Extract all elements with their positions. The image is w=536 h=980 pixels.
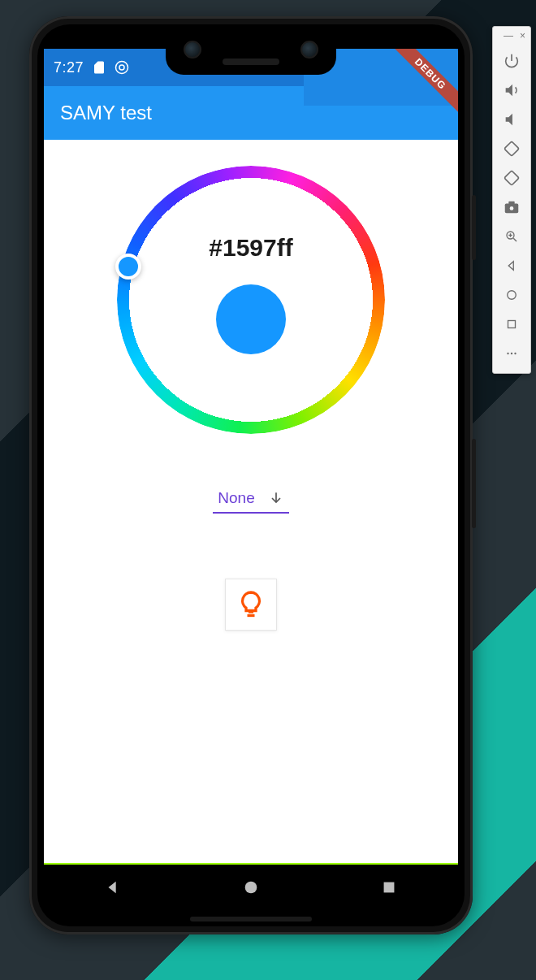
power-button[interactable] xyxy=(495,46,528,76)
phone-frame: DEBUG 7:27 SAMY test xyxy=(29,16,473,934)
back-button[interactable] xyxy=(495,251,528,280)
selected-color-swatch xyxy=(216,284,286,354)
minimize-icon[interactable]: — xyxy=(504,30,513,41)
phone-side-button xyxy=(472,195,476,260)
phone-notch xyxy=(166,24,336,75)
screenshot-button[interactable] xyxy=(495,193,528,222)
downloads-icon xyxy=(115,60,129,75)
svg-rect-4 xyxy=(508,202,514,205)
svg-point-9 xyxy=(511,353,512,354)
nav-overview-button[interactable] xyxy=(357,871,421,904)
light-bulb-button[interactable] xyxy=(225,579,277,631)
svg-rect-7 xyxy=(508,321,516,328)
volume-up-button[interactable] xyxy=(495,76,528,105)
phone-side-button xyxy=(472,439,476,528)
home-button[interactable] xyxy=(495,280,528,310)
dropdown-selected-label: None xyxy=(218,489,254,507)
front-camera-icon xyxy=(300,41,318,59)
sd-card-icon xyxy=(92,60,106,75)
phone-screen: DEBUG 7:27 SAMY test xyxy=(44,49,458,865)
status-time: 7:27 xyxy=(54,59,84,76)
svg-point-10 xyxy=(514,353,516,354)
light-bulb-icon xyxy=(236,590,266,619)
color-hue-wheel[interactable]: #1597ff xyxy=(117,166,385,434)
svg-point-12 xyxy=(245,882,257,894)
app-title: SAMY test xyxy=(60,102,152,124)
selected-hex-label: #1597ff xyxy=(117,234,385,262)
android-navigation-bar xyxy=(44,865,458,910)
svg-rect-0 xyxy=(504,141,519,156)
emulator-toolbar: — × xyxy=(492,26,531,374)
nav-home-button[interactable] xyxy=(218,871,283,904)
overview-button[interactable] xyxy=(495,310,528,339)
svg-rect-13 xyxy=(384,882,395,893)
rotate-left-button[interactable] xyxy=(495,134,528,163)
svg-rect-1 xyxy=(504,171,519,185)
close-icon[interactable]: × xyxy=(520,30,525,41)
mode-dropdown[interactable]: None xyxy=(213,486,288,514)
more-button[interactable] xyxy=(495,339,528,368)
arrow-down-icon xyxy=(268,490,284,506)
earpiece-speaker xyxy=(223,59,279,65)
svg-point-3 xyxy=(509,206,514,210)
nav-back-button[interactable] xyxy=(80,871,145,904)
rotate-right-button[interactable] xyxy=(495,163,528,193)
svg-point-11 xyxy=(116,62,128,74)
front-camera-icon xyxy=(184,41,201,59)
emulator-window-controls: — × xyxy=(493,30,530,46)
phone-bottom-speaker xyxy=(190,917,312,921)
volume-down-button[interactable] xyxy=(495,105,528,134)
svg-point-8 xyxy=(507,353,508,354)
zoom-button[interactable] xyxy=(495,222,528,251)
svg-point-6 xyxy=(508,291,517,300)
app-content: #1597ff None xyxy=(44,140,458,865)
